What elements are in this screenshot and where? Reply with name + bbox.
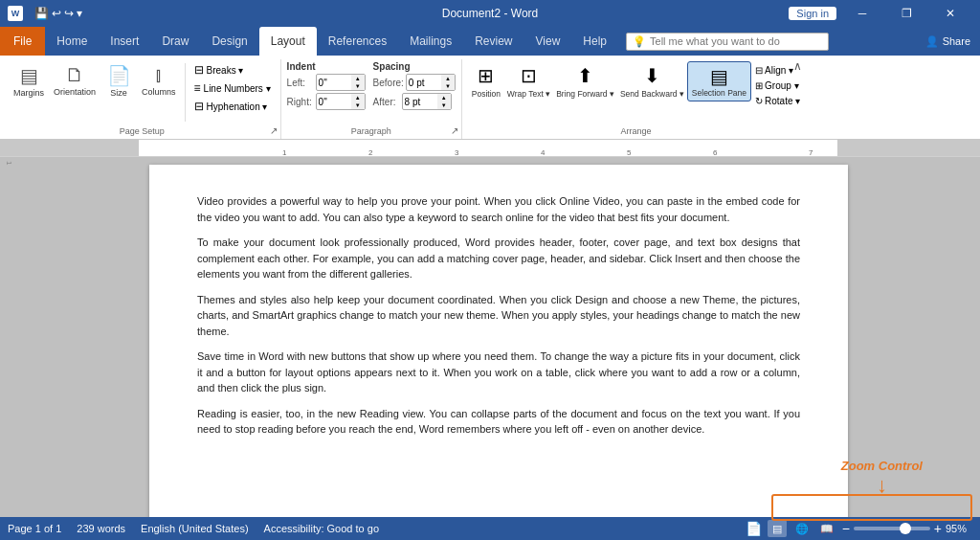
zoom-plus-button[interactable]: + [934,521,942,536]
restore-button[interactable]: ❐ [884,0,928,27]
margins-label: Margins [13,88,44,98]
zoom-percentage[interactable]: 95% [946,523,972,534]
spacing-col: Spacing Before: ▲ ▼ [373,61,456,110]
spacing-after-down[interactable]: ▼ [437,101,451,109]
columns-button[interactable]: ⫿ Columns [138,61,180,100]
rotate-button[interactable]: ↻ Rotate ▾ [751,94,804,108]
divider [185,63,186,122]
group-icon: ⊞ [755,80,763,91]
orientation-label: Orientation [54,87,96,97]
share-icon: 👤 [925,35,939,48]
ruler-mark-6: 6 [713,148,717,157]
zoom-track[interactable] [854,527,930,530]
bring-forward-button[interactable]: ⬆ Bring Forward ▾ [553,61,617,101]
indent-left-down[interactable]: ▼ [351,82,365,90]
tab-insert[interactable]: Insert [99,27,150,56]
tab-home[interactable]: Home [45,27,99,56]
tab-mailings[interactable]: Mailings [398,27,463,56]
print-layout-view-button[interactable]: ▤ [768,520,787,537]
zoom-thumb[interactable] [900,523,911,534]
indent-right-up[interactable]: ▲ [351,94,365,101]
view-document-icon[interactable]: 📄 [746,521,762,536]
breaks-button[interactable]: ⊟ Breaks ▾ [190,61,275,79]
read-mode-view-button[interactable]: 📖 [817,520,836,537]
wrap-text-button[interactable]: ⊡ Wrap Text ▾ [504,61,553,101]
page-setup-group-label: Page Setup [4,126,280,136]
position-icon: ⊞ [478,64,494,87]
zoom-minus-button[interactable]: − [842,521,850,536]
indent-right-input[interactable] [317,96,351,108]
web-layout-view-button[interactable]: 🌐 [792,520,812,537]
tab-layout[interactable]: Layout [259,27,317,56]
indent-right-field[interactable]: ▲ ▼ [316,93,366,110]
margins-button[interactable]: ▤ Margins [10,61,48,101]
indent-left-row: Left: ▲ ▼ [287,74,366,91]
paragraph-expand-icon[interactable]: ↗ [451,125,458,136]
orientation-icon: 🗋 [65,64,84,86]
status-left: Page 1 of 1 239 words English (United St… [8,523,379,534]
close-button[interactable]: ✕ [928,0,972,27]
orientation-button[interactable]: 🗋 Orientation [50,61,100,100]
position-button[interactable]: ⊞ Position [468,61,504,101]
size-icon: 📄 [107,64,131,87]
ribbon-tabs: File Home Insert Draw Design Layout Refe… [0,27,980,56]
search-help-bar[interactable]: 💡 [626,33,829,51]
indent-left-input[interactable] [317,77,351,89]
spacing-after-input[interactable] [403,96,437,108]
redo-icon[interactable]: ↪ [64,7,74,20]
ruler-mark-1: 1 [282,148,286,157]
group-button[interactable]: ⊞ Group ▾ [751,79,804,93]
tab-help[interactable]: Help [571,27,618,56]
indent-spacing-group: Indent Left: ▲ ▼ [287,61,456,110]
tab-draw[interactable]: Draw [150,27,200,56]
selection-pane-button[interactable]: ▤ Selection Pane [687,61,751,101]
quick-access-toolbar: 💾 ↩ ↪ ▾ [34,7,82,20]
paragraph-1: Video provides a powerful way to help yo… [197,193,800,225]
size-button[interactable]: 📄 Size [101,61,136,101]
undo-icon[interactable]: ↩ [52,7,61,20]
tab-file[interactable]: File [0,27,45,56]
spacing-before-down[interactable]: ▼ [441,82,455,90]
indent-col: Indent Left: ▲ ▼ [287,61,366,110]
spacing-after-field[interactable]: ▲ ▼ [402,93,452,110]
hyphenation-label: Hyphenation ▾ [207,101,268,112]
tab-references[interactable]: References [317,27,398,56]
bring-forward-icon: ⬆ [577,64,593,87]
customize-icon[interactable]: ▾ [77,7,82,20]
word-count: 239 words [77,523,125,534]
hyphenation-button[interactable]: ⊟ Hyphenation ▾ [190,98,275,115]
paragraph-4: Save time in Word with new buttons that … [197,349,800,396]
page-container[interactable]: Video provides a powerful way to help yo… [17,157,980,517]
send-backward-button[interactable]: ⬇ Send Backward ▾ [617,61,687,101]
line-numbers-label: Line Numbers ▾ [204,83,271,94]
line-numbers-button[interactable]: ≡ Line Numbers ▾ [190,79,275,97]
tab-view[interactable]: View [524,27,572,56]
paragraph-5: Reading is easier, too, in the new Readi… [197,406,800,438]
bring-forward-label: Bring Forward ▾ [556,89,614,99]
search-help-input[interactable] [650,35,822,47]
columns-icon: ⫿ [154,64,164,86]
share-button[interactable]: 👤 Share [916,27,980,56]
line-numbers-icon: ≡ [194,81,201,95]
page-setup-expand-icon[interactable]: ↗ [270,125,278,136]
minimize-button[interactable]: ─ [840,0,884,27]
indent-left-label: Left: [287,78,314,88]
indent-left-up[interactable]: ▲ [351,75,365,82]
save-icon[interactable]: 💾 [34,7,49,20]
paragraph-group-label: Paragraph [281,126,461,136]
page-info: Page 1 of 1 [8,523,61,534]
indent-right-down[interactable]: ▼ [351,101,365,109]
collapse-ribbon-button[interactable]: ∧ [793,59,802,73]
tab-design[interactable]: Design [200,27,258,56]
signin-button[interactable]: Sign in [789,7,836,20]
spacing-before-up[interactable]: ▲ [441,75,455,82]
indent-left-field[interactable]: ▲ ▼ [316,74,366,91]
spacing-before-field[interactable]: ▲ ▼ [406,74,456,91]
spacing-before-input[interactable] [407,77,441,89]
spacing-after-label: After: [373,97,400,107]
tab-review[interactable]: Review [463,27,523,56]
paragraph-2: To make your document look professionall… [197,235,800,282]
spacing-after-up[interactable]: ▲ [437,94,451,101]
wrap-text-label: Wrap Text ▾ [507,89,550,99]
language: English (United States) [141,523,249,534]
